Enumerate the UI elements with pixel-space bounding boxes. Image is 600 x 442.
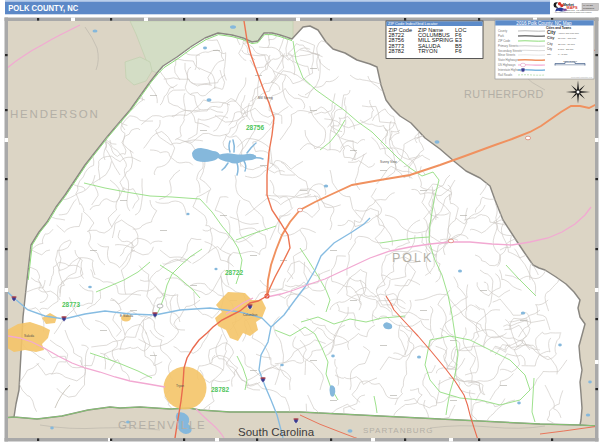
svg-text:Park: Park — [498, 34, 504, 38]
svg-text:Minor Streets: Minor Streets — [498, 53, 516, 57]
svg-text:Columbus: Columbus — [243, 313, 258, 317]
svg-text:Copyright MarketMAPS: Copyright MarketMAPS — [571, 76, 593, 78]
svg-text:28782: 28782 — [389, 48, 405, 54]
svg-text:America's Leading Printed & Di: America's Leading Printed & Digital Map … — [554, 11, 592, 13]
svg-text:28722: 28722 — [225, 269, 243, 276]
svg-text:City: City — [547, 35, 555, 40]
svg-text:US Highways: US Highways — [498, 63, 516, 67]
svg-text:POLK COUNTY, NC: POLK COUNTY, NC — [8, 3, 79, 13]
svg-text:ZIP Code: ZIP Code — [498, 39, 511, 43]
svg-text:25,000 - 50,000: 25,000 - 50,000 — [558, 43, 575, 46]
svg-text:5,000 - 25,000: 5,000 - 25,000 — [558, 48, 574, 51]
svg-text:28782: 28782 — [211, 386, 229, 393]
svg-text:Sunny View: Sunny View — [380, 160, 397, 164]
svg-text:RUTHERFORD: RUTHERFORD — [464, 88, 544, 100]
svg-text:HENDERSON: HENDERSON — [10, 108, 100, 120]
svg-text:Scale 2 Miles: Scale 2 Miles — [563, 60, 578, 62]
svg-text:Rail Roads: Rail Roads — [498, 73, 513, 77]
svg-text:28773: 28773 — [62, 301, 80, 308]
svg-text:State Highways: State Highways — [498, 58, 519, 62]
svg-text:Mill Spring: Mill Spring — [258, 96, 273, 100]
svg-text:F6: F6 — [455, 48, 462, 54]
svg-text:E Saluda: E Saluda — [120, 314, 133, 318]
svg-text:TRYON: TRYON — [418, 48, 437, 54]
svg-text:SPARTANBURG: SPARTANBURG — [363, 426, 434, 435]
svg-text:Primary Streets: Primary Streets — [498, 44, 518, 48]
svg-text:ZIP Code Index/Grid Locator: ZIP Code Index/Grid Locator — [388, 21, 438, 26]
svg-text:City: City — [547, 42, 553, 46]
svg-text:28756: 28756 — [246, 124, 264, 131]
svg-text:Tryon: Tryon — [176, 384, 184, 388]
svg-text:0 - 5,000: 0 - 5,000 — [558, 53, 568, 56]
svg-text:Saluda: Saluda — [24, 334, 34, 338]
svg-text:Above 100,000 pop: Above 100,000 pop — [558, 32, 579, 35]
svg-text:POLK: POLK — [392, 251, 433, 265]
svg-text:50,000 - 100,000: 50,000 - 100,000 — [558, 37, 577, 40]
svg-text:Publishing: Publishing — [583, 7, 595, 10]
svg-text:South Carolina: South Carolina — [238, 426, 315, 438]
svg-text:City: City — [547, 47, 552, 51]
svg-text:County: County — [498, 29, 508, 33]
svg-text:GREENVILLE: GREENVILLE — [118, 419, 206, 431]
svg-text:City: City — [547, 30, 556, 35]
